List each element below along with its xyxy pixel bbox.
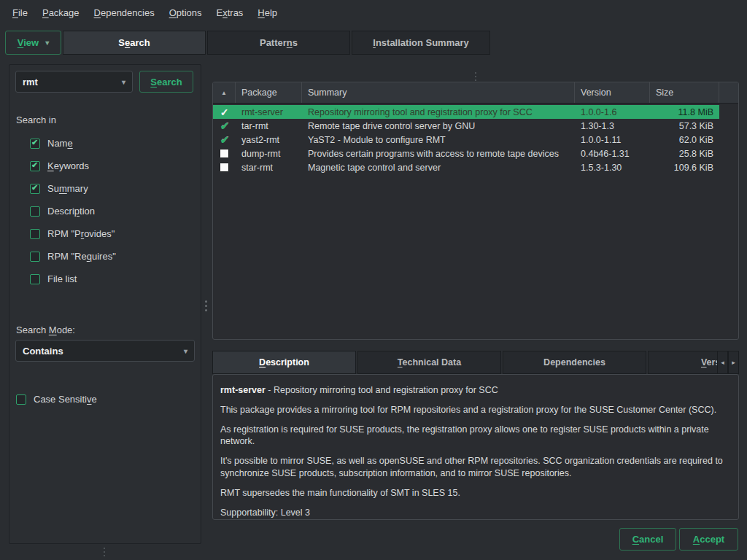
tab-patterns[interactable]: Patterns xyxy=(207,31,350,55)
menu-package[interactable]: Package xyxy=(42,6,80,20)
table-row-yast2-rmt[interactable]: yast2-rmt YaST2 - Module to configure RM… xyxy=(213,133,719,147)
package-name: tar-rmt xyxy=(236,121,302,131)
search-in-label: Search in xyxy=(16,114,56,125)
checkbox-label: Name xyxy=(47,138,73,149)
menu-extras[interactable]: Extras xyxy=(216,6,244,20)
table-row-dump-rmt[interactable]: dump-rmt Provides certain programs with … xyxy=(213,147,719,160)
description-package-name: rmt-server xyxy=(220,385,266,395)
tab-description[interactable]: Description xyxy=(212,351,356,374)
search-mode-select[interactable]: Contains ▾ xyxy=(15,340,195,362)
checkbox-description[interactable]: Description xyxy=(30,200,116,222)
checkbox-box xyxy=(16,394,26,405)
package-status-icon xyxy=(220,149,229,158)
chevron-down-icon: ▾ xyxy=(122,78,125,86)
search-button-label: Search xyxy=(150,77,182,88)
menu-help[interactable]: Help xyxy=(257,6,278,20)
tab-installation-summary[interactable]: Installation Summary xyxy=(352,31,490,55)
view-tab-row: View ▾ Search Patterns Installation Summ… xyxy=(5,31,490,55)
checkbox-box xyxy=(30,206,40,217)
checkbox-box xyxy=(30,139,40,149)
search-button[interactable]: Search xyxy=(139,71,193,93)
package-size: 25.8 KiB xyxy=(650,149,719,159)
table-row-tar-rmt[interactable]: tar-rmt Remote tape drive control server… xyxy=(213,119,719,133)
package-size: 57.3 KiB xyxy=(650,121,719,131)
package-status-icon xyxy=(220,163,229,172)
tab-dependencies[interactable]: Dependencies xyxy=(503,351,646,374)
package-status-icon xyxy=(220,134,229,146)
checkbox-label: RPM "Requires" xyxy=(47,251,116,262)
package-status-icon xyxy=(220,120,229,132)
view-button[interactable]: View ▾ xyxy=(5,31,61,55)
package-table-header: ▲ Package Summary Version Size xyxy=(213,82,738,104)
package-version: 1.30-1.3 xyxy=(575,121,650,131)
checkbox-box xyxy=(30,161,40,171)
accept-button-label: Accept xyxy=(693,534,724,545)
search-in-filter-list: Name Keywords Summary Description RPM "P… xyxy=(30,132,116,290)
menu-dependencies[interactable]: Dependencies xyxy=(93,6,155,20)
package-version: 1.0.0-1.6 xyxy=(575,107,650,117)
pane-splitter-handle[interactable] xyxy=(205,300,207,311)
search-mode-value: Contains xyxy=(23,346,63,357)
tab-patterns-label: Patterns xyxy=(260,37,298,48)
package-summary: Provides certain programs with access to… xyxy=(302,149,575,159)
accept-button[interactable]: Accept xyxy=(679,528,738,551)
search-sidebar: rmt ▾ Search Search in Name Keywords Sum… xyxy=(9,64,201,544)
description-paragraph: As registration is required for SUSE pro… xyxy=(220,424,731,448)
column-header-package[interactable]: Package xyxy=(236,82,302,103)
column-header-version[interactable]: Version xyxy=(575,82,650,103)
checkbox-label: Description xyxy=(47,206,95,217)
tab-description-label: Description xyxy=(259,357,309,368)
package-name: yast2-rmt xyxy=(236,135,302,145)
description-title: rmt-server - Repository mirroring tool a… xyxy=(220,384,731,397)
description-paragraph: It's possible to mirror SUSE, as well as… xyxy=(220,455,731,479)
checkbox-rpm-provides[interactable]: RPM "Provides" xyxy=(30,222,116,245)
checkbox-label: Keywords xyxy=(47,160,89,171)
package-name: rmt-server xyxy=(236,107,302,117)
package-summary: Remote tape drive control server by GNU xyxy=(302,121,575,131)
checkbox-summary[interactable]: Summary xyxy=(30,177,116,200)
checkbox-name[interactable]: Name xyxy=(30,132,116,155)
package-description-pane: rmt-server - Repository mirroring tool a… xyxy=(212,374,739,520)
package-summary: YaST2 - Module to configure RMT xyxy=(302,135,575,145)
checkbox-box xyxy=(30,274,40,284)
checkbox-file-list[interactable]: File list xyxy=(30,268,116,290)
description-paragraph: This package provides a mirroring tool f… xyxy=(220,404,731,416)
checkbox-label: Case Sensitive xyxy=(34,394,97,405)
checkbox-rpm-requires[interactable]: RPM "Requires" xyxy=(30,245,116,268)
checkbox-label: File list xyxy=(47,273,77,284)
search-input[interactable]: rmt ▾ xyxy=(15,71,133,93)
view-button-label: View xyxy=(18,37,39,48)
tab-search-label: Search xyxy=(118,37,150,48)
table-splitter-handle[interactable] xyxy=(475,72,476,81)
cancel-button[interactable]: Cancel xyxy=(619,528,676,551)
column-header-summary[interactable]: Summary xyxy=(302,82,575,103)
search-mode-label: Search Mode: xyxy=(16,324,75,335)
package-summary: Magnetic tape control and server xyxy=(302,163,575,173)
column-header-status[interactable]: ▲ xyxy=(213,82,236,103)
package-table-pane: ▲ Package Summary Version Size rmt-serve… xyxy=(212,82,739,340)
tab-technical-data[interactable]: Technical Data xyxy=(357,351,501,374)
chevron-down-icon: ▾ xyxy=(45,39,49,47)
scroll-right-icon[interactable]: ▸ xyxy=(728,351,739,374)
search-input-value: rmt xyxy=(23,77,38,88)
package-name: star-rmt xyxy=(236,163,302,173)
package-size: 62.0 KiB xyxy=(650,135,719,145)
checkbox-case-sensitive[interactable]: Case Sensitive xyxy=(16,388,97,411)
description-paragraph: Supportability: Level 3 xyxy=(220,507,731,519)
sidebar-splitter-handle[interactable] xyxy=(104,548,105,556)
menubar: File Package Dependencies Options Extras… xyxy=(0,0,747,25)
checkbox-box xyxy=(30,184,40,194)
tab-search[interactable]: Search xyxy=(63,31,206,55)
checkbox-box xyxy=(30,229,40,239)
table-row-rmt-server[interactable]: rmt-server Repository mirroring tool and… xyxy=(213,105,719,119)
menu-options[interactable]: Options xyxy=(169,6,203,20)
package-version: 1.5.3-1.30 xyxy=(575,163,650,173)
table-row-star-rmt[interactable]: star-rmt Magnetic tape control and serve… xyxy=(213,160,719,174)
sort-ascending-icon: ▲ xyxy=(221,90,227,96)
tab-technical-data-label: Technical Data xyxy=(398,357,461,368)
column-header-size[interactable]: Size xyxy=(650,82,719,103)
scroll-left-icon[interactable]: ◂ xyxy=(717,351,728,374)
menu-file[interactable]: File xyxy=(12,6,28,20)
checkbox-keywords[interactable]: Keywords xyxy=(30,155,116,177)
package-size: 109.6 KiB xyxy=(650,163,719,173)
